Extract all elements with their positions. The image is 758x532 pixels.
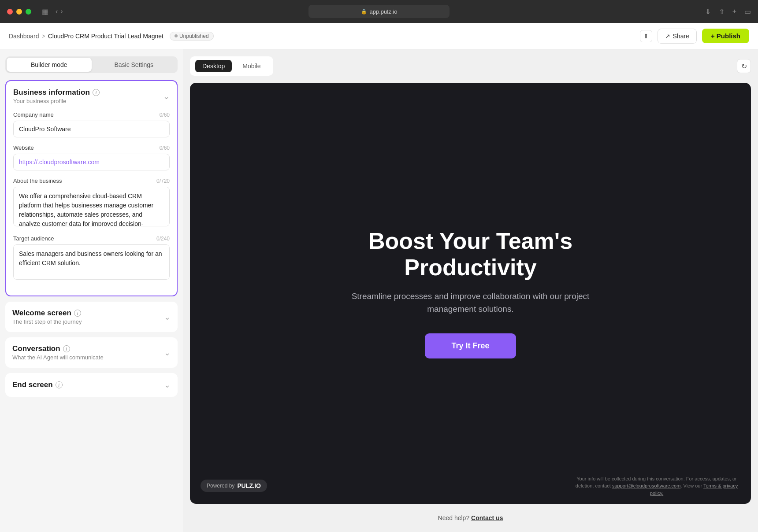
url-text: app.pulz.io [370, 8, 398, 15]
section-business-header[interactable]: Business information i Your business pro… [6, 81, 177, 104]
share-icon[interactable]: ⇧ [719, 7, 725, 16]
about-textarea[interactable]: We offer a comprehensive cloud-based CRM… [13, 187, 170, 226]
section-business-title-block: Business information i Your business pro… [13, 88, 163, 104]
contact-us-link[interactable]: Contact us [471, 514, 503, 521]
preview-content: Boost Your Team's Productivity Streamlin… [316, 211, 625, 376]
about-business-field: About the business 0/720 We offer a comp… [13, 177, 170, 228]
target-textarea[interactable]: Sales managers and business owners looki… [13, 244, 170, 280]
mac-maximize-dot[interactable] [26, 9, 31, 15]
footer-email-link[interactable]: support@cloudprosoftware.com [612, 483, 680, 488]
target-audience-field: Target audience 0/240 Sales managers and… [13, 235, 170, 281]
website-label: Website [13, 144, 34, 151]
breadcrumb-dashboard[interactable]: Dashboard [9, 33, 39, 40]
target-count: 0/240 [156, 236, 170, 242]
mac-close-dot[interactable] [7, 9, 13, 15]
section-welcome-screen: Welcome screen i The first step of the j… [5, 302, 178, 332]
preview-toolbar-container: Desktop Mobile ↻ [190, 56, 751, 76]
section-welcome-title-block: Welcome screen i The first step of the j… [12, 309, 164, 325]
publish-button[interactable]: + Publish [702, 29, 749, 43]
url-bar[interactable]: 🔒 app.pulz.io [308, 5, 450, 18]
endscreen-chevron-icon[interactable]: ⌄ [164, 380, 171, 390]
target-label-row: Target audience 0/240 [13, 235, 170, 242]
about-label-row: About the business 0/720 [13, 177, 170, 184]
preview-subtext: Streamline processes and improve collabo… [334, 290, 607, 316]
website-input[interactable] [13, 154, 170, 170]
mac-titlebar: ▦ ‹ › 🔒 app.pulz.io ⇓ ⇧ + ▭ [0, 0, 758, 23]
preview-footer: Powered by PULZ.IO Your info will be col… [190, 468, 751, 504]
app-header: Dashboard > CloudPro CRM Product Trial L… [0, 23, 758, 49]
breadcrumb-current-page: CloudPro CRM Product Trial Lead Magnet [48, 33, 163, 40]
footer-text: Your info will be collected during this … [573, 475, 740, 497]
status-badge: Unpublished [170, 32, 214, 41]
welcome-chevron-icon[interactable]: ⌄ [164, 312, 171, 322]
section-conversation-title-block: Conversation i What the AI Agent will co… [12, 344, 164, 361]
preview-tab-desktop[interactable]: Desktop [195, 60, 232, 72]
section-end-title-block: End screen i [12, 381, 164, 389]
lock-icon: 🔒 [361, 9, 367, 15]
breadcrumb-separator: > [42, 33, 45, 40]
section-conversation-header[interactable]: Conversation i What the AI Agent will co… [5, 337, 178, 368]
company-name-label-row: Company name 0/60 [13, 111, 170, 118]
section-end-title: End screen i [12, 381, 164, 389]
company-name-input[interactable] [13, 121, 170, 137]
company-name-label: Company name [13, 111, 54, 118]
section-business-title: Business information i [13, 88, 163, 97]
section-business-body: Company name 0/60 Website 0/60 A [6, 104, 177, 296]
business-chevron-icon[interactable]: ⌄ [163, 92, 170, 101]
target-label: Target audience [13, 235, 54, 242]
section-business-subtitle: Your business profile [13, 98, 163, 104]
preview-tab-mobile[interactable]: Mobile [235, 60, 268, 72]
website-count: 0/60 [160, 145, 170, 151]
status-text: Unpublished [179, 33, 209, 39]
preview-toolbar: Desktop Mobile [190, 56, 273, 76]
welcome-info-icon[interactable]: i [74, 310, 81, 317]
tabs-icon[interactable]: ▭ [744, 7, 751, 16]
sidebar-toggle-icon[interactable]: ▦ [42, 7, 48, 16]
section-welcome-title: Welcome screen i [12, 309, 164, 318]
company-name-field: Company name 0/60 [13, 111, 170, 137]
main-layout: Builder mode Basic Settings Business inf… [0, 49, 758, 532]
download-icon[interactable]: ⇓ [705, 7, 711, 16]
mac-toolbar-icons: ⇓ ⇧ + ▭ [705, 7, 751, 16]
conversation-info-icon[interactable]: i [63, 345, 70, 352]
refresh-icon[interactable]: ↻ [737, 59, 751, 73]
share-button[interactable]: ↗ Share [658, 29, 697, 44]
company-name-count: 0/60 [160, 112, 170, 118]
header-actions: ⬆ ↗ Share + Publish [640, 29, 749, 44]
section-welcome-header[interactable]: Welcome screen i The first step of the j… [5, 302, 178, 332]
new-tab-icon[interactable]: + [732, 7, 736, 15]
panel-tabs: Builder mode Basic Settings [5, 56, 178, 73]
section-end-header[interactable]: End screen i ⌄ [5, 373, 178, 397]
upload-icon[interactable]: ⬆ [640, 30, 652, 42]
section-business-information: Business information i Your business pro… [5, 80, 178, 296]
conversation-chevron-icon[interactable]: ⌄ [164, 348, 171, 358]
breadcrumb: Dashboard > CloudPro CRM Product Trial L… [9, 32, 214, 41]
mac-minimize-dot[interactable] [16, 9, 22, 15]
preview-cta-button[interactable]: Try It Free [425, 333, 516, 358]
preview-heading: Boost Your Team's Productivity [334, 228, 607, 281]
section-conversation: Conversation i What the AI Agent will co… [5, 337, 178, 368]
tab-basic-settings[interactable]: Basic Settings [92, 58, 177, 72]
back-icon[interactable]: ‹ [56, 7, 58, 15]
status-dot [175, 34, 178, 37]
business-info-icon[interactable]: i [93, 89, 100, 96]
help-text: Need help? Contact us [190, 511, 751, 525]
powered-by-badge: Powered by PULZ.IO [201, 480, 267, 492]
section-conversation-title: Conversation i [12, 344, 164, 353]
website-field: Website 0/60 [13, 144, 170, 170]
endscreen-info-icon[interactable]: i [56, 381, 63, 388]
section-welcome-subtitle: The first step of the journey [12, 318, 164, 325]
website-label-row: Website 0/60 [13, 144, 170, 151]
powered-by-text: Powered by [207, 483, 234, 489]
preview-canvas: Boost Your Team's Productivity Streamlin… [190, 83, 751, 504]
share-arrow-icon: ↗ [665, 33, 670, 40]
section-end-screen: End screen i ⌄ [5, 373, 178, 397]
about-label: About the business [13, 177, 62, 184]
forward-icon[interactable]: › [60, 7, 63, 15]
left-panel: Builder mode Basic Settings Business inf… [0, 49, 183, 532]
section-conversation-subtitle: What the AI Agent will communicate [12, 354, 164, 361]
mac-nav: ‹ › [56, 7, 63, 15]
tab-builder-mode[interactable]: Builder mode [7, 58, 92, 72]
pulzio-logo: PULZ.IO [237, 482, 260, 489]
about-count: 0/720 [156, 178, 170, 184]
